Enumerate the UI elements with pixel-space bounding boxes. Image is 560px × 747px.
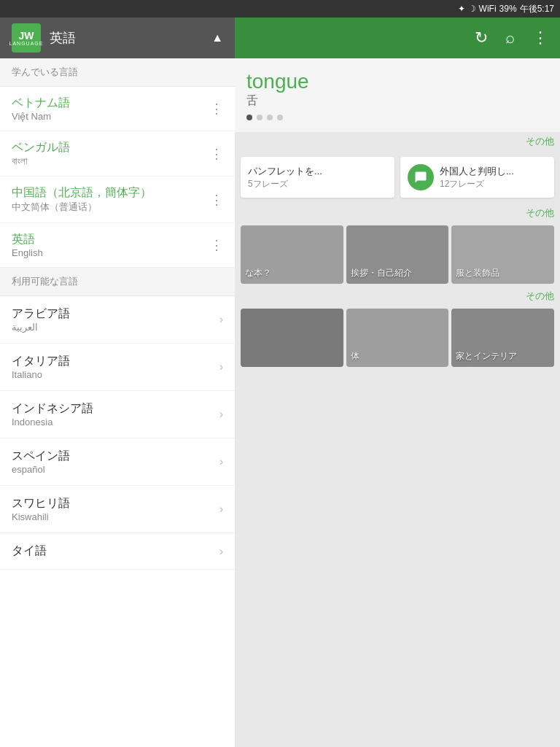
phrase-count-1: 5フレーズ xyxy=(248,178,322,190)
dot-1 xyxy=(246,115,252,120)
word-card: tongue 舌 xyxy=(235,58,560,132)
battery-text: 39% xyxy=(499,4,517,14)
lang-secondary-chinese: 中文简体（普通话） xyxy=(12,201,152,214)
lang-item-vietnamese[interactable]: ベトナム語 Việt Nam ⋮ xyxy=(0,87,235,131)
lang-item-indonesian[interactable]: インドネシア語 Indonesia › xyxy=(0,391,235,438)
moon-icon: ☽ xyxy=(468,4,476,14)
word-english: tongue xyxy=(246,70,309,93)
more-options-icon[interactable]: ⋮ xyxy=(526,23,554,53)
category-grid-2: 体 家とインテリア xyxy=(235,306,560,370)
category-cell-5[interactable]: 家とインテリア xyxy=(451,309,554,367)
category-cell-3[interactable] xyxy=(241,309,343,367)
category-more-link-1[interactable]: その他 xyxy=(235,204,560,222)
lang-secondary-swahili: Kiswahili xyxy=(12,511,70,522)
lang-secondary-vietnamese: Việt Nam xyxy=(12,111,70,122)
language-drawer: JW LANGUAGE 英語 ▲ 学んでいる言語 ベトナム語 Việt Nam … xyxy=(0,18,235,747)
learning-section-label: 学んでいる言語 xyxy=(0,58,235,87)
lang-primary-vietnamese: ベトナム語 xyxy=(12,96,70,111)
dot-2 xyxy=(257,115,262,120)
lang-secondary-bengali: বাংলা xyxy=(12,155,70,167)
lang-secondary-indonesian: Indonesia xyxy=(12,417,93,427)
lang-item-chinese[interactable]: 中国語（北京語，簡体字） 中文简体（普通话） ⋮ xyxy=(0,177,235,223)
lang-menu-icon-bengali[interactable]: ⋮ xyxy=(210,146,223,162)
lang-item-thai[interactable]: タイ語 › xyxy=(0,533,235,570)
wifi-icon: WiFi xyxy=(479,4,497,14)
word-japanese: 舌 xyxy=(246,93,258,109)
lang-secondary-arabic: العربية xyxy=(12,322,70,333)
chevron-icon-swahili: › xyxy=(219,503,223,516)
category-label-5: 家とインテリア xyxy=(456,350,517,363)
category-label-4: 体 xyxy=(351,350,359,363)
drawer-header-content: JW LANGUAGE 英語 xyxy=(12,23,76,53)
lang-menu-icon-vietnamese[interactable]: ⋮ xyxy=(210,101,223,117)
chevron-icon-spanish: › xyxy=(219,455,223,468)
app-bar: ↻ ⌕ ⋮ xyxy=(235,18,560,58)
lang-item-bengali[interactable]: ベンガル語 বাংলা ⋮ xyxy=(0,131,235,177)
refresh-icon[interactable]: ↻ xyxy=(469,23,494,53)
lang-secondary-spanish: español xyxy=(12,464,70,475)
lang-primary-indonesian: インドネシア語 xyxy=(12,401,93,417)
category-more-link-2[interactable]: その他 xyxy=(235,287,560,306)
lang-item-arabic[interactable]: アラビア語 العربية › xyxy=(0,296,235,344)
phrase-icon-2 xyxy=(408,164,434,190)
lang-primary-swahili: スワヒリ語 xyxy=(12,496,70,511)
lang-primary-chinese: 中国語（北京語，簡体字） xyxy=(12,185,152,201)
word-dots xyxy=(246,115,283,120)
lang-secondary-italian: Italiano xyxy=(12,369,70,380)
lang-item-swahili[interactable]: スワヒリ語 Kiswahili › xyxy=(0,486,235,533)
phrase-count-2: 12フレーズ xyxy=(440,178,514,190)
category-cell-2[interactable]: 服と装飾品 xyxy=(451,225,554,284)
lang-primary-italian: イタリア語 xyxy=(12,354,70,369)
lang-secondary-english: English xyxy=(12,247,43,258)
chevron-icon-italian: › xyxy=(219,360,223,374)
phrase-cards-row: パンフレットを... 5フレーズ 外国人と判明し... 12フレーズ xyxy=(235,151,560,204)
lang-primary-english: 英語 xyxy=(12,232,43,247)
logo-lang: LANGUAGE xyxy=(9,41,44,46)
phrase-card-2[interactable]: 外国人と判明し... 12フレーズ xyxy=(400,157,554,198)
search-icon[interactable]: ⌕ xyxy=(499,23,521,53)
category-label-0: な本？ xyxy=(245,267,271,279)
phrase-label-1: パンフレットを... xyxy=(248,165,322,178)
lang-menu-icon-chinese[interactable]: ⋮ xyxy=(210,192,223,208)
category-cell-0[interactable]: な本？ xyxy=(241,225,343,284)
dot-4 xyxy=(277,115,283,120)
lang-primary-thai: タイ語 xyxy=(12,543,47,559)
bluetooth-icon: ✦ xyxy=(458,4,465,14)
lang-primary-spanish: スペイン語 xyxy=(12,449,70,464)
learning-languages-list: ベトナム語 Việt Nam ⋮ ベンガル語 বাংলা ⋮ 中国語（北京語，簡… xyxy=(0,87,235,268)
phrase-label-2: 外国人と判明し... xyxy=(440,165,514,178)
app-logo: JW LANGUAGE xyxy=(12,23,41,53)
dot-3 xyxy=(267,115,273,120)
available-section-label: 利用可能な言語 xyxy=(0,268,235,296)
collapse-arrow-icon[interactable]: ▲ xyxy=(211,31,223,44)
drawer-header: JW LANGUAGE 英語 ▲ xyxy=(0,18,235,58)
category-label-1: 挨拶・自己紹介 xyxy=(351,267,412,279)
lang-item-spanish[interactable]: スペイン語 español › xyxy=(0,438,235,486)
time-display: 午後5:17 xyxy=(520,3,554,15)
category-label-2: 服と装飾品 xyxy=(456,267,499,279)
category-cell-1[interactable]: 挨拶・自己紹介 xyxy=(346,225,449,284)
main-content: ↻ ⌕ ⋮ tongue 舌 その他 パンフレットを... 5フレーズ xyxy=(235,18,560,747)
lang-item-italian[interactable]: イタリア語 Italiano › xyxy=(0,344,235,391)
lang-menu-icon-english[interactable]: ⋮ xyxy=(210,237,223,253)
chevron-icon-thai: › xyxy=(219,545,223,558)
category-cell-4[interactable]: 体 xyxy=(346,309,449,367)
phrase-card-1[interactable]: パンフレットを... 5フレーズ xyxy=(241,157,394,198)
selected-language-label: 英語 xyxy=(50,29,76,47)
chevron-icon-indonesian: › xyxy=(219,408,223,421)
chevron-icon-arabic: › xyxy=(219,313,223,326)
lang-item-english[interactable]: 英語 English ⋮ xyxy=(0,223,235,268)
status-icons: ✦ ☽ WiFi 39% 午後5:17 xyxy=(458,3,554,15)
lang-primary-arabic: アラビア語 xyxy=(12,306,70,322)
status-bar: ✦ ☽ WiFi 39% 午後5:17 xyxy=(0,0,560,18)
word-more-link[interactable]: その他 xyxy=(235,132,560,151)
lang-primary-bengali: ベンガル語 xyxy=(12,140,70,155)
category-grid-1: な本？ 挨拶・自己紹介 服と装飾品 xyxy=(235,222,560,287)
logo-jw: JW xyxy=(19,31,34,41)
available-languages-list: アラビア語 العربية › イタリア語 Italiano › インドネシア語… xyxy=(0,296,235,747)
